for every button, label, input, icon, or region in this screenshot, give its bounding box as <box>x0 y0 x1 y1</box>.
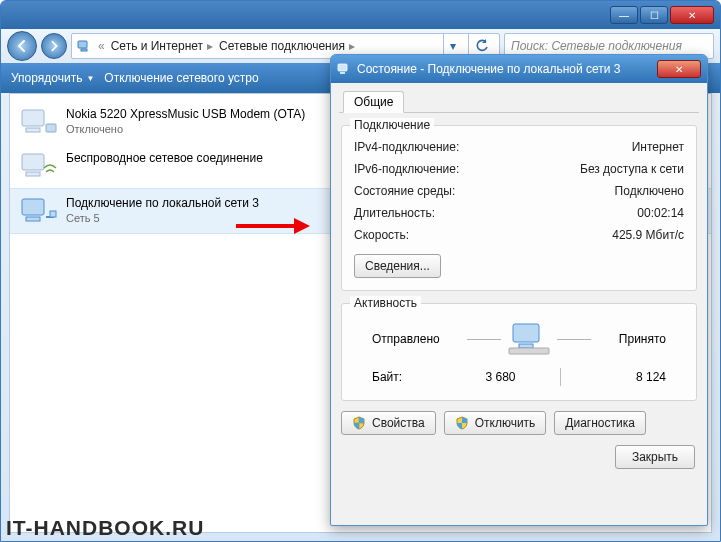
status-dialog: Состояние - Подключение по локальной сет… <box>330 54 708 526</box>
properties-button[interactable]: Свойства <box>341 411 436 435</box>
svg-rect-9 <box>50 211 56 217</box>
svg-rect-14 <box>509 348 549 354</box>
crumb-connections[interactable]: Сетевые подключения <box>219 39 345 53</box>
ipv6-value: Без доступа к сети <box>580 162 684 176</box>
search-placeholder: Поиск: Сетевые подключения <box>511 39 682 53</box>
window-titlebar: — ☐ ✕ <box>1 1 720 29</box>
svg-rect-1 <box>81 49 87 51</box>
sent-label: Отправлено <box>372 332 440 346</box>
svg-rect-3 <box>26 128 40 132</box>
disable-button[interactable]: Отключить <box>444 411 547 435</box>
svg-rect-2 <box>22 110 44 126</box>
tab-general[interactable]: Общие <box>343 91 404 113</box>
speed-value: 425.9 Мбит/с <box>612 228 684 242</box>
network-icon <box>76 38 92 54</box>
connection-status: Отключено <box>66 122 305 137</box>
connection-name: Подключение по локальной сети 3 <box>66 195 259 211</box>
wifi-icon <box>20 150 58 182</box>
watermark: IT-HANDBOOK.RU <box>6 516 204 540</box>
recv-label: Принято <box>619 332 666 346</box>
organize-button[interactable]: Упорядочить ▼ <box>11 71 94 85</box>
group-connection-title: Подключение <box>350 118 434 132</box>
shield-icon <box>352 416 366 430</box>
disable-device-button[interactable]: Отключение сетевого устро <box>104 71 258 85</box>
ipv6-label: IPv6-подключение: <box>354 162 459 176</box>
activity-monitor-icon <box>507 322 551 356</box>
media-state-value: Подключено <box>615 184 684 198</box>
tab-strip: Общие <box>339 89 699 113</box>
svg-rect-5 <box>22 154 44 170</box>
window-close-button[interactable]: ✕ <box>670 6 714 24</box>
modem-icon <box>20 106 58 138</box>
speed-label: Скорость: <box>354 228 409 242</box>
connection-name: Беспроводное сетевое соединение <box>66 150 263 166</box>
group-activity: Активность Отправлено Принято Байт: 3 68… <box>341 303 697 401</box>
media-state-label: Состояние среды: <box>354 184 455 198</box>
svg-rect-0 <box>78 41 87 48</box>
bytes-label: Байт: <box>372 370 432 384</box>
callout-arrow <box>236 218 310 234</box>
window-minimize-button[interactable]: — <box>610 6 638 24</box>
dialog-title: Состояние - Подключение по локальной сет… <box>357 62 651 76</box>
svg-rect-6 <box>26 172 40 176</box>
shield-icon <box>455 416 469 430</box>
lan-icon <box>20 195 58 227</box>
svg-rect-12 <box>513 324 539 342</box>
svg-rect-10 <box>338 64 347 71</box>
connection-name: Nokia 5220 XpressMusic USB Modem (OTA) <box>66 106 305 122</box>
crumb-network[interactable]: Сеть и Интернет <box>111 39 203 53</box>
duration-label: Длительность: <box>354 206 435 220</box>
ipv4-label: IPv4-подключение: <box>354 140 459 154</box>
dialog-close-button[interactable]: ✕ <box>657 60 701 78</box>
group-activity-title: Активность <box>350 296 421 310</box>
dialog-titlebar: Состояние - Подключение по локальной сет… <box>331 55 707 83</box>
nav-back-button[interactable] <box>7 31 37 61</box>
arrow-right-icon <box>48 40 60 52</box>
svg-rect-4 <box>46 124 56 132</box>
svg-rect-8 <box>26 217 40 221</box>
close-button[interactable]: Закрыть <box>615 445 695 469</box>
refresh-icon <box>475 39 489 53</box>
nav-forward-button[interactable] <box>41 33 67 59</box>
connection-status: Сеть 5 <box>66 211 259 226</box>
arrow-left-icon <box>15 39 29 53</box>
bytes-recv-value: 8 124 <box>583 370 667 384</box>
bytes-sent-value: 3 680 <box>432 370 538 384</box>
svg-rect-11 <box>340 72 345 74</box>
window-maximize-button[interactable]: ☐ <box>640 6 668 24</box>
network-icon <box>337 62 351 76</box>
diagnose-button[interactable]: Диагностика <box>554 411 646 435</box>
duration-value: 00:02:14 <box>637 206 684 220</box>
details-button[interactable]: Сведения... <box>354 254 441 278</box>
ipv4-value: Интернет <box>632 140 684 154</box>
group-connection: Подключение IPv4-подключение:Интернет IP… <box>341 125 697 291</box>
svg-rect-7 <box>22 199 44 215</box>
svg-rect-13 <box>519 344 533 348</box>
